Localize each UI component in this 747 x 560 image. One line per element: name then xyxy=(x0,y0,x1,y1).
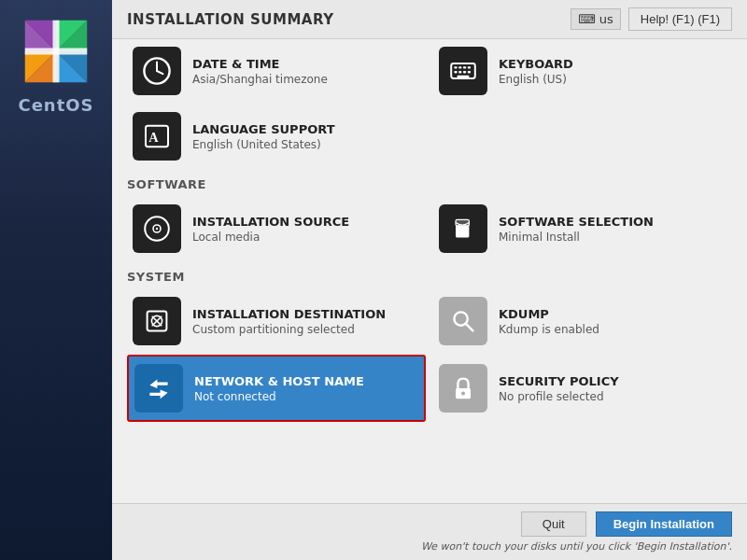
lang-icon: A xyxy=(142,121,172,151)
network-text: NETWORK & HOST NAME Not connected xyxy=(194,374,364,403)
destination-text: INSTALLATION DESTINATION Custom partitio… xyxy=(192,307,386,336)
kdump-text: KDUMP Kdump is enabled xyxy=(499,307,599,336)
main-content: INSTALLATION SUMMARY ⌨ us Help! (F1) (F1… xyxy=(112,0,747,560)
destination-title: INSTALLATION DESTINATION xyxy=(192,307,386,321)
network-icon xyxy=(144,373,174,403)
lock-icon xyxy=(448,373,478,403)
kdump-title: KDUMP xyxy=(499,307,599,321)
software-selection-text: SOFTWARE SELECTION Minimal Install xyxy=(499,215,654,244)
item-software-selection[interactable]: SOFTWARE SELECTION Minimal Install xyxy=(433,197,732,260)
date-time-text: DATE & TIME Asia/Shanghai timezone xyxy=(192,57,328,86)
language-subtitle: English (United States) xyxy=(192,138,335,151)
lock-icon-wrapper xyxy=(439,364,487,413)
svg-rect-9 xyxy=(25,49,88,55)
language-text: LANGUAGE SUPPORT English (United States) xyxy=(192,122,335,151)
svg-point-27 xyxy=(156,228,158,230)
content-area: DATE & TIME Asia/Shanghai timezone xyxy=(112,39,747,503)
software-section-header: SOFTWARE xyxy=(127,168,732,197)
item-kdump[interactable]: KDUMP Kdump is enabled xyxy=(433,289,732,353)
date-time-title: DATE & TIME xyxy=(192,57,328,71)
security-text: SECURITY POLICY No profile selected xyxy=(499,374,619,403)
language-title: LANGUAGE SUPPORT xyxy=(192,122,335,136)
svg-rect-17 xyxy=(468,66,471,68)
keyboard-icon-wrapper xyxy=(439,47,487,95)
date-time-icon-wrapper xyxy=(133,47,181,95)
keyboard-title: KEYBOARD xyxy=(499,57,573,71)
software-selection-title: SOFTWARE SELECTION xyxy=(499,215,654,229)
security-subtitle: No profile selected xyxy=(499,390,619,403)
footer-buttons: Quit Begin Installation xyxy=(127,511,732,537)
svg-rect-21 xyxy=(468,71,471,73)
network-subtitle: Not connected xyxy=(194,390,364,403)
keyboard-icon: ⌨ xyxy=(578,12,596,26)
svg-point-36 xyxy=(461,392,465,396)
destination-subtitle: Custom partitioning selected xyxy=(192,323,386,336)
svg-line-12 xyxy=(157,71,162,74)
disk-icon-wrapper xyxy=(133,297,181,345)
item-date-time[interactable]: DATE & TIME Asia/Shanghai timezone xyxy=(127,39,426,103)
package-icon-wrapper xyxy=(439,204,487,253)
header-right: ⌨ us Help! (F1) (F1) xyxy=(571,7,732,31)
kdump-search-icon xyxy=(448,306,478,336)
item-installation-source[interactable]: INSTALLATION SOURCE Local media xyxy=(127,197,426,260)
begin-installation-button[interactable]: Begin Installation xyxy=(596,511,732,537)
lang-icon-wrapper: A xyxy=(133,112,181,161)
header-title: INSTALLATION SUMMARY xyxy=(127,11,334,28)
localization-section: DATE & TIME Asia/Shanghai timezone xyxy=(127,39,732,168)
system-section-header: SYSTEM xyxy=(127,260,732,289)
software-selection-subtitle: Minimal Install xyxy=(499,231,654,244)
svg-line-34 xyxy=(465,323,472,330)
disk-icon xyxy=(142,306,172,336)
distro-label: CentOS xyxy=(18,95,93,115)
keyboard-text: KEYBOARD English (US) xyxy=(499,57,573,86)
help-button[interactable]: Help! (F1) (F1) xyxy=(628,7,732,31)
svg-rect-22 xyxy=(458,76,470,77)
sidebar: CentOS xyxy=(0,0,112,560)
date-time-subtitle: Asia/Shanghai timezone xyxy=(192,73,328,86)
source-text: INSTALLATION SOURCE Local media xyxy=(192,215,349,244)
source-title: INSTALLATION SOURCE xyxy=(192,215,349,229)
item-network-hostname[interactable]: NETWORK & HOST NAME Not connected xyxy=(127,355,426,422)
quit-button[interactable]: Quit xyxy=(521,511,586,537)
system-grid: INSTALLATION DESTINATION Custom partitio… xyxy=(127,289,732,422)
svg-rect-15 xyxy=(458,66,461,68)
security-title: SECURITY POLICY xyxy=(499,374,619,388)
footer-note: We won't touch your disks until you clic… xyxy=(127,540,732,553)
source-subtitle: Local media xyxy=(192,231,349,244)
svg-rect-14 xyxy=(454,66,457,68)
svg-rect-19 xyxy=(458,71,461,73)
keyboard-lang: us xyxy=(599,12,613,26)
keyboard-indicator[interactable]: ⌨ us xyxy=(571,8,621,30)
item-installation-destination[interactable]: INSTALLATION DESTINATION Custom partitio… xyxy=(127,289,426,353)
svg-rect-16 xyxy=(463,66,466,68)
item-keyboard[interactable]: KEYBOARD English (US) xyxy=(433,39,732,103)
disc-icon-wrapper xyxy=(133,204,181,253)
search-icon-wrapper xyxy=(439,297,487,345)
disc-icon xyxy=(142,214,172,244)
svg-text:A: A xyxy=(148,130,159,145)
keyboard-subtitle: English (US) xyxy=(499,73,573,86)
keyboard-icon xyxy=(448,56,478,86)
network-title: NETWORK & HOST NAME xyxy=(194,374,364,388)
footer: Quit Begin Installation We won't touch y… xyxy=(112,503,747,560)
item-language-support[interactable]: A LANGUAGE SUPPORT English (United State… xyxy=(127,105,426,168)
item-security-policy[interactable]: SECURITY POLICY No profile selected xyxy=(433,355,732,422)
svg-rect-18 xyxy=(454,71,457,73)
svg-rect-20 xyxy=(463,71,466,73)
kdump-subtitle: Kdump is enabled xyxy=(499,323,599,336)
software-grid: INSTALLATION SOURCE Local media xyxy=(127,197,732,260)
network-icon-wrapper xyxy=(134,364,183,413)
centos-logo xyxy=(23,19,89,84)
header: INSTALLATION SUMMARY ⌨ us Help! (F1) (F1… xyxy=(112,0,747,39)
app-window: CentOS INSTALLATION SUMMARY ⌨ us Help! (… xyxy=(0,0,747,560)
package-icon xyxy=(448,214,478,244)
clock-icon xyxy=(142,56,172,86)
